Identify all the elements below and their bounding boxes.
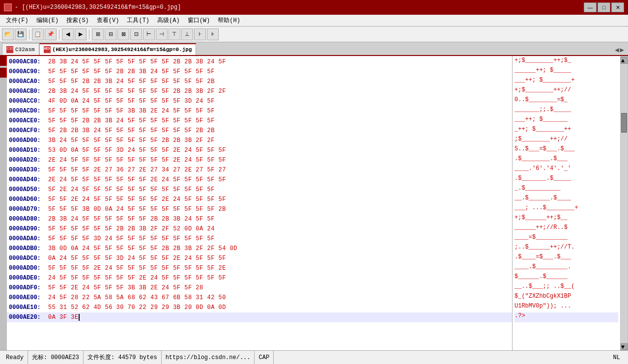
- hex-bytes[interactable]: 5F 5F 5F 5F 5F 5F 5F 3B 3B 2E 24 5F 5F 5…: [48, 108, 510, 114]
- text-line: +;$________++;$_: [514, 57, 618, 67]
- hex-line: 0000AD60:5F 5F 2E 24 5F 5F 5F 5F 5F 5F 2…: [7, 195, 512, 204]
- btn5[interactable]: ⊢: [143, 28, 155, 40]
- hex-bytes[interactable]: 24 5F 28 22 5A 58 5A 68 62 43 67 6B 58 3…: [48, 294, 510, 301]
- hex-bytes[interactable]: 5F 2B 2B 3B 24 5F 5F 5F 5F 5F 5F 5F 5F 2…: [48, 127, 510, 134]
- menu-help[interactable]: 帮助(H): [214, 15, 244, 26]
- hex-line: 0000AD00:3B 24 5F 5F 5F 5F 5F 5F 5F 5F 2…: [7, 136, 512, 145]
- title-bar: - [(HEX)u=2360042983,3025492416&fm=15&gp…: [0, 0, 628, 15]
- back-button[interactable]: ◀: [62, 28, 74, 40]
- hex-address: 0000AD00:: [9, 137, 48, 144]
- btn7[interactable]: ⊤: [169, 28, 180, 40]
- hex-bytes[interactable]: 5F 5F 5F 5F 3D 24 5F 5F 5F 5F 5F 5F 5F 5…: [48, 235, 510, 242]
- hex-bytes[interactable]: 2E 24 5F 5F 5F 5F 5F 5F 5F 2E 24 5F 5F 5…: [48, 176, 510, 183]
- scroll-track[interactable]: [621, 64, 628, 343]
- hex-bytes[interactable]: 5F 5F 2E 24 5F 5F 5F 3B 3B 2E 24 5F 5F 2…: [48, 284, 510, 291]
- save-button[interactable]: 💾: [15, 28, 27, 40]
- hex-line: 0000AD90:5F 5F 5F 5F 5F 5F 2B 2B 3B 2F 2…: [7, 224, 512, 234]
- text-line: S..$___=$___.$___: [514, 145, 618, 155]
- toolbar: 📂 💾 📋 📌 ◀ ▶ ⊞ ⊟ ⊠ ⊡ ⊢ ⊣ ⊤ ⊥ ⊦ ⊧: [0, 27, 628, 42]
- hex-bytes[interactable]: 5F 5F 2E 24 5F 5F 5F 5F 5F 5F 2E 24 5F 5…: [48, 196, 510, 203]
- text-line: .$_______.$_____: [514, 175, 618, 185]
- paste-button[interactable]: 📌: [45, 28, 57, 40]
- cursor-text: 光标: 0000AE23: [32, 353, 79, 362]
- hex-bytes[interactable]: 5F 5F 5F 5F 5F 5F 2B 2B 3B 24 5F 5F 5F 5…: [48, 68, 510, 75]
- menu-window[interactable]: 窗口(W): [184, 15, 214, 26]
- hex-bytes[interactable]: 3B 24 5F 5F 5F 5F 5F 5F 5F 5F 2B 2B 3B 2…: [48, 137, 510, 144]
- menu-advanced[interactable]: 高级(A): [153, 15, 184, 26]
- hex-line: 0000AC80:2B 3B 24 5F 5F 5F 5F 5F 5F 5F 5…: [7, 57, 512, 67]
- hex-editor[interactable]: 0000AC80:2B 3B 24 5F 5F 5F 5F 5F 5F 5F 5…: [7, 56, 512, 350]
- hex-bytes[interactable]: 5F 2E 24 5F 5F 5F 5F 5F 5F 5F 5F 5F 5F 5…: [48, 186, 510, 193]
- close-button[interactable]: ✕: [611, 2, 624, 12]
- hex-address: 0000ACB0:: [9, 88, 48, 95]
- hex-address: 0000AD40:: [9, 176, 48, 183]
- tab-arrows: ◀ ▶: [615, 46, 626, 55]
- text-line: __.$______.$____: [514, 195, 618, 204]
- open-button[interactable]: 📂: [2, 28, 14, 40]
- hex-bytes[interactable]: 3B 0D 0A 24 5F 5F 5F 5F 5F 5F 2B 2B 3B 2…: [48, 245, 510, 252]
- btn9[interactable]: ⊦: [194, 28, 206, 40]
- hex-bytes[interactable]: 24 5F 5F 5F 5F 5F 5F 5F 2E 24 5F 5F 5F 5…: [48, 275, 510, 281]
- hex-bytes[interactable]: 5F 5F 5F 2B 2B 3B 24 5F 5F 5F 5F 5F 5F 5…: [48, 78, 510, 85]
- hex-address: 0000AD90:: [9, 225, 48, 232]
- menu-tools[interactable]: 工具(T): [123, 15, 153, 26]
- text-area[interactable]: +;$________++;$_______++; $________++; $…: [512, 56, 620, 350]
- btn8[interactable]: ⊥: [181, 28, 193, 40]
- maximize-button[interactable]: □: [598, 2, 610, 12]
- hex-bytes[interactable]: 2B 3B 24 5F 5F 5F 5F 5F 5F 2B 2B 3B 24 5…: [48, 216, 510, 223]
- scroll-down-button[interactable]: ▼: [621, 343, 628, 350]
- btn1[interactable]: ⊞: [92, 28, 104, 40]
- hex-bytes[interactable]: 2E 24 5F 5F 5F 5F 5F 5F 5F 5F 5F 2E 24 5…: [48, 157, 510, 164]
- status-filesize: 文件长度: 44579 bytes: [84, 351, 162, 364]
- tab-prev-arrow[interactable]: ◀: [615, 46, 619, 54]
- menu-file[interactable]: 文件(F): [2, 15, 32, 26]
- minimize-button[interactable]: —: [584, 2, 597, 12]
- btn6[interactable]: ⊣: [156, 28, 168, 40]
- hex-bytes[interactable]: 2B 3B 24 5F 5F 5F 5F 5F 5F 5F 5F 2B 2B 3…: [48, 58, 510, 65]
- forward-button[interactable]: ▶: [75, 28, 86, 40]
- hex-tab[interactable]: HEX (HEX)u=2360042983,3025492416&fm=15&g…: [39, 43, 197, 55]
- text-line: ____.$_________.: [514, 263, 618, 273]
- tab-next-arrow[interactable]: ▶: [620, 46, 624, 54]
- hex-bytes[interactable]: 2B 3B 24 5F 5F 5F 5F 5F 5F 5F 5F 2B 2B 3…: [48, 88, 510, 95]
- hex-bytes[interactable]: 5F 5F 5F 2B 2B 3B 24 5F 5F 5F 5F 5F 5F 5…: [48, 117, 510, 124]
- scroll-thumb[interactable]: [621, 113, 627, 133]
- hex-bytes[interactable]: 5F 5F 5F 3B 0D 0A 24 5F 5F 5F 5F 5F 5F 5…: [48, 206, 510, 213]
- hex-bytes[interactable]: 0A 24 5F 5F 5F 5F 3D 24 5F 5F 5F 2E 24 5…: [48, 255, 510, 262]
- text-line: _++; $________++: [514, 126, 618, 136]
- hex-bytes[interactable]: 55 31 52 62 4D 56 30 70 22 29 29 3B 20 0…: [48, 304, 510, 311]
- text-line: _______;;.$_____: [514, 106, 618, 116]
- hex-address: 0000AE00:: [9, 294, 48, 301]
- hex-address: 0000ACA0:: [9, 78, 48, 85]
- text-line: ;$________++;//: [514, 136, 618, 145]
- copy-button[interactable]: 📋: [32, 28, 44, 40]
- text-line: $______.$______: [514, 273, 618, 283]
- asm-tab[interactable]: C32 C32asm: [2, 43, 39, 55]
- hex-bytes[interactable]: 4F 0D 0A 24 5F 5F 5F 5F 5F 5F 5F 5F 3D 2…: [48, 98, 510, 105]
- hex-bytes[interactable]: 5F 5F 5F 5F 5F 5F 2B 2B 3B 2F 2F 52 0D 0…: [48, 225, 510, 232]
- btn10[interactable]: ⊧: [207, 28, 219, 40]
- btn4[interactable]: ⊡: [130, 28, 142, 40]
- hex-line: 0000ADB0:3B 0D 0A 24 5F 5F 5F 5F 5F 5F 2…: [7, 244, 512, 253]
- hex-bytes[interactable]: 5F 5F 5F 5F 2E 27 36 27 2E 27 34 27 2E 2…: [48, 167, 510, 173]
- btn3[interactable]: ⊠: [117, 28, 129, 40]
- title-bar-controls: — □ ✕: [584, 2, 624, 12]
- title-bar-left: - [(HEX)u=2360042983,3025492416&fm=15&gp…: [4, 3, 181, 11]
- menu-search[interactable]: 搜索(S): [62, 15, 93, 26]
- hex-bytes[interactable]: 0A 3F 3E: [48, 314, 510, 321]
- btn2[interactable]: ⊟: [105, 28, 116, 40]
- status-num: NL: [609, 351, 624, 364]
- hex-line: 0000ACD0:5F 5F 5F 5F 5F 5F 5F 3B 3B 2E 2…: [7, 106, 512, 116]
- hex-address: 0000ADC0:: [9, 255, 48, 262]
- scroll-up-button[interactable]: ▲: [621, 57, 628, 64]
- menu-edit[interactable]: 编辑(E): [32, 15, 63, 26]
- hex-address: 0000AD10:: [9, 147, 48, 154]
- hex-address: 0000ACC0:: [9, 98, 48, 105]
- hex-address: 0000AC80:: [9, 58, 48, 65]
- menu-view[interactable]: 查看(V): [93, 15, 123, 26]
- hex-address: 0000AD70:: [9, 206, 48, 213]
- tab-bar: C32 C32asm HEX (HEX)u=2360042983,3025492…: [0, 42, 628, 56]
- hex-bytes[interactable]: 5F 5F 5F 5F 2E 24 5F 5F 5F 5F 5F 5F 5F 5…: [48, 265, 510, 272]
- hex-bytes[interactable]: 53 0D 0A 5F 5F 5F 3D 24 5F 5F 5F 2E 24 5…: [48, 147, 510, 154]
- scrollbar[interactable]: ▲ ▼: [620, 56, 628, 350]
